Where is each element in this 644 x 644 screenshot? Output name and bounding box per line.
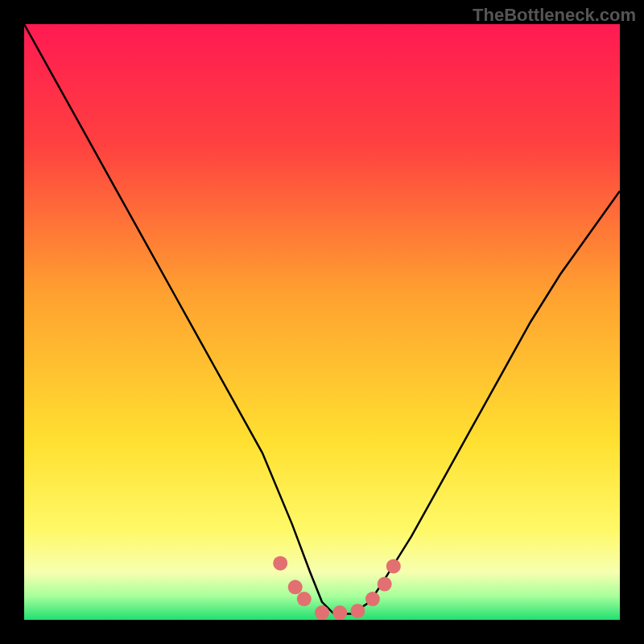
- chart-frame: TheBottleneck.com: [0, 0, 644, 644]
- chart-svg: [24, 24, 620, 620]
- marker-point: [332, 605, 347, 620]
- watermark-text: TheBottleneck.com: [473, 5, 636, 26]
- marker-point: [386, 559, 401, 573]
- plot-area: [24, 24, 620, 620]
- marker-point: [273, 556, 287, 571]
- marker-point: [297, 592, 312, 606]
- marker-point: [288, 580, 303, 594]
- marker-point: [315, 605, 329, 620]
- marker-point: [350, 604, 365, 618]
- marker-point: [365, 592, 380, 606]
- marker-point: [378, 577, 392, 592]
